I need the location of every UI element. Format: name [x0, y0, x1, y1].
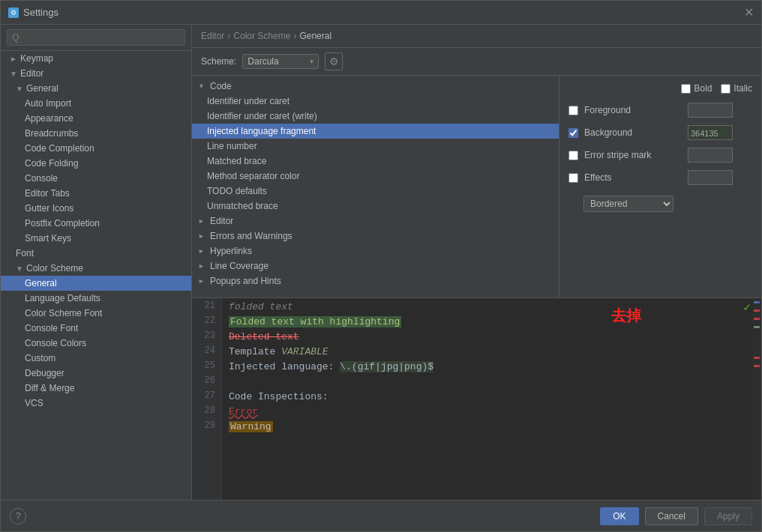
effects-checkbox[interactable]: [568, 173, 578, 183]
tree-node-label: Identifier under caret: [207, 96, 290, 106]
background-checkbox[interactable]: [568, 128, 578, 138]
sidebar-item-label: Debugger: [25, 368, 64, 378]
sidebar-item-general[interactable]: ▼ General: [1, 81, 191, 96]
caret-icon: ▼: [10, 70, 17, 78]
sidebar-item-appearance[interactable]: Appearance: [1, 111, 191, 126]
sidebar-item-editor-tabs[interactable]: Editor Tabs: [1, 186, 191, 201]
bold-checkbox[interactable]: [681, 84, 691, 94]
tree-node-code[interactable]: ▼ Code: [192, 79, 559, 94]
cancel-button[interactable]: Cancel: [645, 507, 698, 525]
line-num-26: 26: [192, 373, 221, 388]
sidebar-item-smart-keys[interactable]: Smart Keys: [1, 231, 191, 246]
apply-button[interactable]: Apply: [704, 507, 752, 525]
bold-checkbox-label[interactable]: Bold: [681, 83, 712, 94]
sidebar-item-editor[interactable]: ▼ Editor: [1, 66, 191, 81]
tree-node-method-separator[interactable]: Method separator color: [192, 169, 559, 184]
background-row: Background 364135: [568, 125, 752, 140]
tree-node-unmatched-brace[interactable]: Unmatched brace: [192, 199, 559, 214]
sidebar-item-code-completion[interactable]: Code Completion: [1, 141, 191, 156]
italic-checkbox[interactable]: [721, 84, 730, 94]
scheme-bar: Scheme: Darcula Default High Contrast ⚙: [192, 48, 761, 76]
code-line-23: Deleted text: [229, 330, 746, 345]
foreground-checkbox[interactable]: [568, 106, 578, 115]
background-color-box[interactable]: 364135: [688, 125, 733, 140]
right-panel: Editor › Color Scheme › General Scheme: …: [192, 25, 761, 500]
sidebar-item-auto-import[interactable]: Auto Import: [1, 96, 191, 111]
tree-node-todo-defaults[interactable]: TODO defaults: [192, 184, 559, 199]
tree-node-label: Line number: [207, 141, 257, 151]
sidebar-item-console-font[interactable]: Console Font: [1, 321, 191, 336]
sidebar-item-console[interactable]: Console: [1, 171, 191, 186]
scheme-dropdown[interactable]: Darcula Default High Contrast: [242, 54, 319, 69]
tree-node-label: Unmatched brace: [207, 201, 278, 211]
sidebar-item-custom[interactable]: Custom: [1, 351, 191, 366]
help-button[interactable]: ?: [10, 508, 26, 525]
sidebar-item-general-cs[interactable]: General: [1, 276, 191, 291]
effects-select[interactable]: Bordered Underscored: [584, 196, 674, 212]
search-input[interactable]: [7, 29, 185, 46]
italic-checkbox-label[interactable]: Italic: [721, 83, 752, 94]
error-stripe-color-box[interactable]: [688, 148, 733, 163]
sidebar-item-label: General: [26, 83, 58, 94]
effects-color-box[interactable]: [688, 170, 733, 185]
sidebar-item-label: Postfix Completion: [25, 218, 100, 229]
app-icon: ⚙: [8, 7, 19, 18]
sidebar-item-diff-merge[interactable]: Diff & Merge: [1, 381, 191, 396]
sidebar-item-debugger[interactable]: Debugger: [1, 366, 191, 381]
mini-mark-red2: [754, 318, 760, 320]
sidebar-item-gutter-icons[interactable]: Gutter Icons: [1, 201, 191, 216]
sidebar-item-vcs[interactable]: VCS: [1, 396, 191, 411]
line-num-28: 28: [192, 403, 221, 418]
main-content: ► Keymap ▼ Editor ▼ General Auto Import …: [1, 25, 761, 500]
code-line-24: Template VARIABLE: [229, 345, 746, 360]
tree-node-hyperlinks[interactable]: ► Hyperlinks: [192, 244, 559, 259]
sidebar-item-language-defaults[interactable]: Language Defaults: [1, 291, 191, 306]
code-line-28: Error: [229, 405, 746, 420]
sidebar-item-label: Keymap: [20, 53, 53, 64]
tree-node-errors-warnings[interactable]: ► Errors and Warnings: [192, 229, 559, 244]
tree-node-identifier-caret-write[interactable]: Identifier under caret (write): [192, 109, 559, 124]
sidebar-item-console-colors[interactable]: Console Colors: [1, 336, 191, 351]
tree-node-popups-hints[interactable]: ► Popups and Hints: [192, 273, 559, 288]
tree-node-label: TODO defaults: [207, 186, 267, 196]
sidebar-item-label: Language Defaults: [25, 293, 100, 303]
line-num-23: 23: [192, 328, 221, 343]
sidebar-item-postfix-completion[interactable]: Postfix Completion: [1, 216, 191, 231]
code-line-26: [229, 375, 746, 390]
sidebar-item-color-scheme[interactable]: ▼ Color Scheme: [1, 261, 191, 276]
code-tree-panel: ▼ Code Identifier under caret Identifier…: [192, 76, 560, 297]
tree-node-line-coverage[interactable]: ► Line Coverage: [192, 259, 559, 273]
sidebar-item-breadcrumbs[interactable]: Breadcrumbs: [1, 126, 191, 141]
foreground-color-box[interactable]: [688, 103, 733, 118]
sidebar-item-code-folding[interactable]: Code Folding: [1, 156, 191, 171]
gear-button[interactable]: ⚙: [325, 52, 343, 70]
expand-arrow: ►: [198, 232, 207, 240]
properties-panel: Bold Italic Foreground: [560, 76, 761, 297]
background-label: Background: [584, 127, 682, 138]
line-num-27: 27: [192, 388, 221, 403]
effects-label: Effects: [584, 172, 682, 183]
tree-node-editor[interactable]: ► Editor: [192, 214, 559, 229]
sidebar-item-font[interactable]: Font: [1, 246, 191, 261]
sidebar-item-color-scheme-font[interactable]: Color Scheme Font: [1, 306, 191, 321]
panel-body: ▼ Code Identifier under caret Identifier…: [192, 76, 761, 297]
checkmark-icon: ✓: [743, 300, 751, 315]
tree-node-line-number[interactable]: Line number: [192, 139, 559, 154]
sidebar-item-label: Diff & Merge: [25, 383, 74, 393]
breadcrumb-editor: Editor: [201, 31, 224, 41]
mini-mark-red1: [754, 309, 760, 312]
tree-node-identifier-caret[interactable]: Identifier under caret: [192, 94, 559, 109]
tree-node-matched-brace[interactable]: Matched brace: [192, 154, 559, 169]
tree-node-label: Code: [210, 81, 232, 91]
breadcrumb-sep2: ›: [293, 31, 296, 41]
error-stripe-checkbox[interactable]: [568, 151, 578, 160]
line-num-29: 29: [192, 418, 221, 433]
code-line-27: Code Inspections:: [229, 390, 746, 405]
scheme-select[interactable]: Darcula Default High Contrast: [242, 54, 319, 69]
tree-node-label: Editor: [210, 216, 233, 226]
tree-node-injected-lang[interactable]: Injected language fragment: [192, 124, 559, 139]
sidebar-item-label: Code Folding: [25, 158, 78, 169]
close-button[interactable]: ✕: [744, 7, 754, 19]
ok-button[interactable]: OK: [600, 507, 638, 525]
sidebar-item-keymap[interactable]: ► Keymap: [1, 51, 191, 66]
